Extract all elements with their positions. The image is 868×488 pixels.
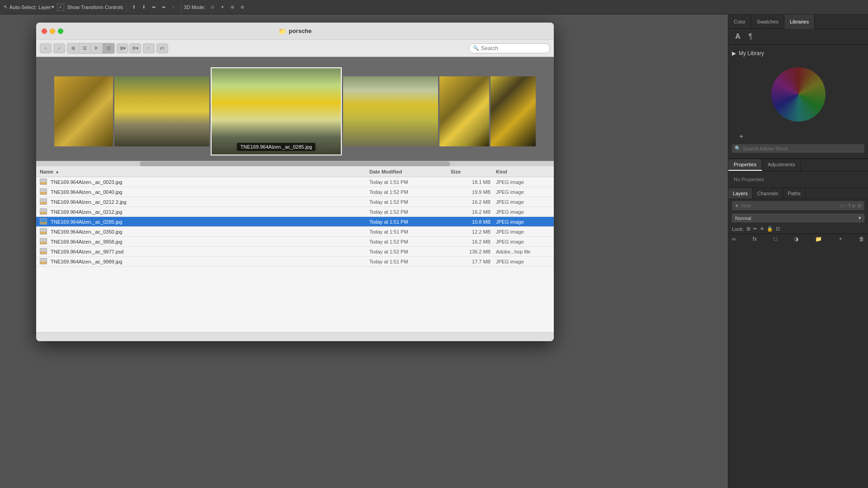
layer-mask-icon[interactable]: □: [774, 236, 777, 242]
add-library-item-button[interactable]: +: [732, 131, 864, 142]
delete-layer-icon[interactable]: 🗑: [859, 236, 864, 242]
align-middle-btn[interactable]: ⬇: [139, 3, 148, 12]
layers-filter-options: □ ○ T ⊘: [841, 203, 855, 208]
tool-layer-dropdown[interactable]: Layer ▾: [38, 4, 55, 10]
add-icon: +: [739, 132, 743, 141]
layers-kind-input[interactable]: [741, 203, 839, 208]
table-row[interactable]: TNE169.964Alzen._ac_0285.jpgToday at 1:5…: [36, 217, 554, 227]
gallery-image-4[interactable]: [343, 76, 438, 146]
browser-search[interactable]: 🔍: [469, 43, 550, 53]
back-button[interactable]: ‹: [40, 43, 52, 53]
tab-layers[interactable]: Layers: [728, 188, 753, 199]
paragraph-icon[interactable]: ¶: [745, 31, 756, 42]
gallery-image-5[interactable]: [439, 76, 489, 146]
props-tabs: Properties Adjustments: [728, 159, 868, 171]
filter-toggle[interactable]: ⊙: [857, 202, 862, 209]
gallery-view-btn[interactable]: ⊡: [103, 43, 114, 53]
gallery-image-featured[interactable]: TNE169.964Alzen._ac_0285.jpg: [211, 67, 342, 155]
close-button[interactable]: [42, 28, 47, 34]
color-wheel-area: [732, 58, 864, 131]
file-thumbnail-icon: [40, 208, 49, 216]
forward-button[interactable]: ›: [53, 43, 65, 53]
scrollbar-thumb[interactable]: [140, 161, 450, 166]
minimize-button[interactable]: [50, 28, 55, 34]
align-top-btn[interactable]: ⬆: [129, 3, 138, 12]
table-row[interactable]: TNE169.964Alzen._ac_9989.jpgToday at 1:5…: [36, 257, 554, 267]
adjustment-layer-icon[interactable]: ◑: [794, 236, 798, 242]
tab-channels[interactable]: Channels: [753, 188, 783, 199]
color-wheel-container: [771, 67, 826, 122]
distribute-btn[interactable]: ↕: [169, 3, 178, 12]
table-row[interactable]: TNE169.964Alzen._ac_0350.jpgToday at 1:5…: [36, 227, 554, 237]
tab-adjustments[interactable]: Adjustments: [762, 159, 801, 171]
table-row[interactable]: TNE169.964Alzen._ac_0040.jpgToday at 1:5…: [36, 187, 554, 197]
file-modified: Today at 1:52 PM: [369, 199, 451, 205]
column-view-btn[interactable]: ⫸: [91, 43, 103, 53]
file-name: TNE169.964Alzen._ac_9989.jpg: [51, 259, 369, 264]
tab-libraries[interactable]: Libraries: [784, 14, 815, 29]
3d-icon-4[interactable]: ⊗: [238, 3, 247, 12]
tab-swatches[interactable]: Swatches: [751, 14, 784, 29]
file-browser-window: 📁 porsche ‹ › ⊞ ☰ ⫸ ⊡ ⊞▾ ⚙▾ ↑ 🏷 🔍: [36, 23, 554, 341]
3d-icon-3[interactable]: ⊕: [228, 3, 237, 12]
gallery-image-2[interactable]: [114, 76, 209, 146]
stock-search[interactable]: 🔍: [732, 144, 864, 153]
group-layers-icon[interactable]: 📁: [815, 236, 822, 242]
align-center-btn[interactable]: ➡: [159, 3, 168, 12]
col-header-modified[interactable]: Date Modified: [369, 169, 451, 174]
browser-search-input[interactable]: [481, 45, 549, 52]
file-modified: Today at 1:52 PM: [369, 189, 451, 195]
file-name: TNE169.964Alzen._ac_0023.jpg: [51, 179, 369, 185]
table-row[interactable]: TNE169.964Alzen._ac_0212 2.jpgToday at 1…: [36, 197, 554, 207]
3d-icon-2[interactable]: ✦: [218, 3, 227, 12]
table-row[interactable]: TNE169.964Alzen._ac_0023.jpgToday at 1:5…: [36, 177, 554, 187]
layer-style-icon[interactable]: fx: [753, 236, 757, 242]
library-folder-icon: ▶: [732, 50, 736, 56]
view-options-btn[interactable]: ⊞▾: [117, 43, 128, 53]
layers-search[interactable]: ▼ □ ○ T ⊘ ⊙: [732, 201, 864, 210]
blend-mode-dropdown[interactable]: Normal ▾: [732, 214, 864, 222]
file-name: TNE169.964Alzen._ac_9958.jpg: [51, 239, 369, 244]
lock-artboard-icon[interactable]: ⊡: [776, 226, 780, 232]
table-row[interactable]: TNE169.964Alzen._ac_9958.jpgToday at 1:5…: [36, 237, 554, 247]
table-row[interactable]: TNE169.964Alzen._ac_0212.jpgToday at 1:5…: [36, 207, 554, 217]
my-library-label: My Library: [739, 50, 764, 56]
tab-properties[interactable]: Properties: [728, 159, 762, 171]
gallery-scrollbar[interactable]: [36, 161, 554, 166]
gallery-image-6[interactable]: [491, 76, 536, 146]
file-size: 16.2 MB: [451, 239, 496, 244]
lock-brush-icon[interactable]: ✏: [753, 226, 757, 232]
browser-search-icon: 🔍: [473, 45, 479, 51]
new-layer-icon[interactable]: +: [839, 236, 842, 242]
3d-icon-1[interactable]: ⊙: [208, 3, 217, 12]
filter-icon-2: ○: [844, 203, 847, 208]
col-header-kind[interactable]: Kind: [496, 169, 550, 174]
lock-position-icon[interactable]: ✛: [760, 226, 764, 232]
lock-pixels-icon[interactable]: ⊞: [746, 226, 750, 232]
maximize-button[interactable]: [58, 28, 63, 34]
share-btn[interactable]: ↑: [143, 43, 155, 53]
align-left-btn[interactable]: ⬅: [149, 3, 158, 12]
file-name: TNE169.964Alzen._ac_0212.jpg: [51, 209, 369, 215]
browser-toolbar: ‹ › ⊞ ☰ ⫸ ⊡ ⊞▾ ⚙▾ ↑ 🏷 🔍: [36, 40, 554, 57]
tab-color[interactable]: Color: [728, 14, 751, 29]
action-btn[interactable]: ⚙▾: [129, 43, 141, 53]
icon-view-btn[interactable]: ⊞: [67, 43, 79, 53]
status-bar: [36, 332, 554, 341]
layer-dropdown-arrow: ▾: [52, 4, 54, 10]
gallery-image-1[interactable]: [54, 76, 113, 146]
table-row[interactable]: TNE169.964Alzen._ac_9977.psdToday at 1:5…: [36, 247, 554, 257]
link-layers-icon[interactable]: ∞: [732, 236, 736, 242]
lock-all-icon[interactable]: 🔒: [767, 226, 773, 232]
stock-search-input[interactable]: [743, 146, 862, 151]
list-view-btn[interactable]: ☰: [79, 43, 91, 53]
col-header-name[interactable]: Name ▲: [40, 169, 369, 174]
text-tool-icon[interactable]: A: [732, 31, 744, 42]
file-thumbnail-icon: [40, 218, 49, 225]
file-name: TNE169.964Alzen._ac_0212 2.jpg: [51, 199, 369, 205]
transform-checkbox[interactable]: ✓: [57, 4, 64, 11]
tab-paths[interactable]: Paths: [783, 188, 806, 199]
col-header-size[interactable]: Size: [451, 169, 496, 174]
tag-btn[interactable]: 🏷: [156, 43, 168, 53]
sort-arrow: ▲: [55, 169, 59, 174]
